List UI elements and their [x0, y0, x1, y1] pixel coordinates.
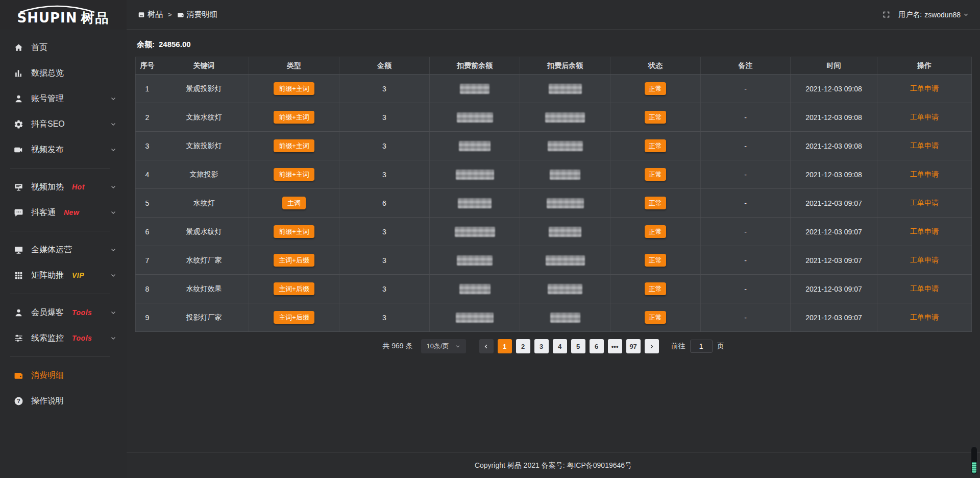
chevron-down-icon — [110, 309, 116, 316]
cell-amount: 3 — [339, 303, 430, 332]
redacted-value — [550, 313, 580, 323]
sidebar-item-clue-monitor[interactable]: 线索监控Tools — [0, 325, 127, 351]
cell-balance-before — [430, 275, 520, 303]
redacted-value — [547, 198, 584, 208]
column-header: 类型 — [249, 57, 339, 75]
sidebar-item-data-overview[interactable]: 数据总览 — [0, 60, 127, 86]
cell-time: 2021-12-03 09:07 — [791, 246, 877, 275]
page-button-4[interactable]: 4 — [553, 339, 567, 353]
cell-no: 9 — [136, 303, 159, 332]
sidebar-item-label: 抖音SEO — [31, 119, 65, 130]
status-badge: 正常 — [645, 282, 666, 296]
sidebar-item-badge: New — [64, 208, 79, 217]
more-pages-button[interactable]: ••• — [608, 339, 622, 353]
ticket-request-link[interactable]: 工单申请 — [910, 199, 939, 207]
redacted-value — [546, 255, 585, 266]
next-page-button[interactable] — [645, 339, 659, 353]
type-badge: 主词+后缀 — [274, 282, 314, 296]
ticket-request-link[interactable]: 工单申请 — [910, 284, 939, 293]
table-header-row: 序号关键词类型金额扣费前余额扣费后余额状态备注时间操作 — [136, 57, 972, 75]
cell-note: - — [701, 218, 791, 246]
scrollbar-thumb[interactable] — [972, 462, 976, 473]
sidebar: SHUPIN树品 首页数据总览账号管理抖音SEO视频发布视频加热Hot抖客通Ne… — [0, 0, 127, 478]
user-menu[interactable]: 用户名: zswodun88 — [898, 10, 969, 19]
column-header: 关键词 — [159, 57, 249, 75]
sidebar-item-label: 消费明细 — [31, 370, 64, 381]
goto-page-input[interactable] — [690, 340, 713, 353]
chevron-down-icon — [110, 335, 116, 341]
chat-icon — [13, 207, 23, 218]
type-badge: 主词+后缀 — [274, 254, 314, 267]
sidebar-item-video-heat[interactable]: 视频加热Hot — [0, 174, 127, 200]
cell-action: 工单申请 — [877, 246, 972, 275]
ticket-request-link[interactable]: 工单申请 — [910, 170, 939, 178]
page-button-1[interactable]: 1 — [498, 339, 512, 353]
sidebar-item-help[interactable]: ?操作说明 — [0, 388, 127, 414]
footer: Copyright 树品 2021 备案号: 粤ICP备09019646号 — [127, 452, 980, 478]
scrollbar[interactable] — [971, 446, 977, 475]
page-button-97[interactable]: 97 — [626, 339, 641, 353]
table-row: 7水纹灯厂家主词+后缀3正常-2021-12-03 09:07工单申请 — [136, 246, 972, 275]
sidebar-item-home[interactable]: 首页 — [0, 35, 127, 60]
total-count: 共 969 条 — [382, 342, 412, 351]
cell-action: 工单申请 — [877, 160, 972, 189]
sidebar-item-member-burst[interactable]: 会员爆客Tools — [0, 300, 127, 325]
sidebar-item-badge: Hot — [72, 183, 85, 191]
sidebar-item-label: 账号管理 — [31, 93, 64, 104]
cell-balance-after — [520, 132, 610, 160]
cell-status-badge: 正常 — [610, 189, 701, 218]
ticket-request-link[interactable]: 工单申请 — [910, 113, 939, 121]
cell-time: 2021-12-03 09:08 — [791, 75, 877, 103]
cell-no: 4 — [136, 160, 159, 189]
ticket-request-link[interactable]: 工单申请 — [910, 227, 939, 235]
cell-balance-before — [430, 246, 520, 275]
page-size-select[interactable]: 10条/页 — [421, 339, 466, 353]
cell-action: 工单申请 — [877, 189, 972, 218]
cell-balance-before — [430, 75, 520, 103]
cell-no: 8 — [136, 275, 159, 303]
ticket-request-link[interactable]: 工单申请 — [910, 256, 939, 264]
page-button-3[interactable]: 3 — [534, 339, 549, 353]
cell-note: - — [701, 132, 791, 160]
status-badge: 正常 — [645, 111, 666, 124]
cell-status-badge: 正常 — [610, 132, 701, 160]
cell-balance-before — [430, 160, 520, 189]
sidebar-item-media-operation[interactable]: 全媒体运营 — [0, 237, 127, 262]
sidebar-item-consume-detail[interactable]: 消费明细 — [0, 363, 127, 388]
breadcrumb-home[interactable]: 树品 — [148, 10, 163, 19]
page-button-6[interactable]: 6 — [590, 339, 604, 353]
redacted-value — [456, 170, 494, 180]
chevron-down-icon — [110, 147, 116, 153]
sidebar-item-matrix-boost[interactable]: 矩阵助推VIP — [0, 262, 127, 288]
wallet-icon — [13, 370, 23, 380]
cell-type-badge: 前缀+主词 — [249, 160, 339, 189]
cell-amount: 3 — [339, 246, 430, 275]
cell-action: 工单申请 — [877, 103, 972, 132]
ticket-request-link[interactable]: 工单申请 — [910, 313, 939, 321]
redacted-value — [458, 198, 492, 208]
cell-status-badge: 正常 — [610, 246, 701, 275]
page-button-5[interactable]: 5 — [571, 339, 585, 353]
cell-status-badge: 正常 — [610, 275, 701, 303]
type-badge: 前缀+主词 — [274, 139, 314, 153]
cell-keyword: 水纹灯厂家 — [159, 246, 249, 275]
chevron-down-icon — [110, 209, 116, 216]
sidebar-item-account-manage[interactable]: 账号管理 — [0, 86, 127, 111]
sidebar-item-video-publish[interactable]: 视频发布 — [0, 137, 127, 162]
cell-amount: 3 — [339, 132, 430, 160]
cell-type-badge: 主词+后缀 — [249, 246, 339, 275]
cell-keyword: 水纹灯效果 — [159, 275, 249, 303]
cell-action: 工单申请 — [877, 218, 972, 246]
sidebar-item-douyin-seo[interactable]: 抖音SEO — [0, 111, 127, 137]
prev-page-button[interactable] — [479, 339, 494, 353]
username-label: 用户名: — [898, 10, 922, 19]
ticket-request-link[interactable]: 工单申请 — [910, 84, 939, 92]
cell-amount: 3 — [339, 275, 430, 303]
ticket-request-link[interactable]: 工单申请 — [910, 141, 939, 150]
sidebar-item-label: 矩阵助推 — [31, 270, 64, 281]
sidebar-item-doukertong[interactable]: 抖客通New — [0, 200, 127, 225]
page-buttons: 123456•••97 — [498, 339, 641, 353]
page-button-2[interactable]: 2 — [516, 339, 530, 353]
grid-icon — [13, 270, 23, 280]
fullscreen-icon[interactable] — [883, 11, 890, 18]
